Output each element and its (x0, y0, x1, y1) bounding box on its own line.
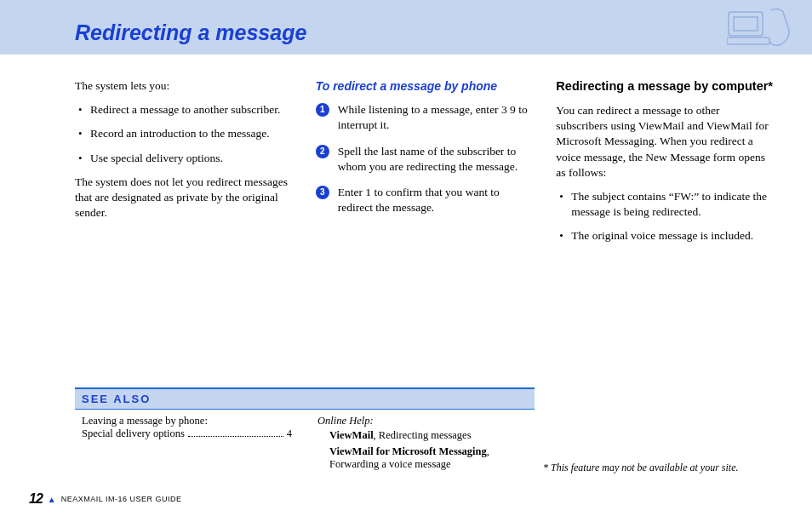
list-item: Redirect a message to another subscriber… (90, 102, 292, 118)
by-phone-heading: To redirect a message by phone (316, 78, 533, 94)
by-computer-heading: Redirecting a message by computer* (556, 78, 773, 95)
footnote: * This feature may not be available at y… (543, 462, 773, 474)
by-computer-bullets: The subject contains “FW:” to indicate t… (556, 189, 773, 244)
guide-name: NEAXMAIL IM-16 USER GUIDE (61, 495, 182, 503)
sa-left-line1: Leaving a message by phone: (82, 415, 292, 427)
sa-right-lead: Online Help: (317, 415, 528, 427)
list-item: Use special delivery options. (90, 151, 292, 166)
intro-bullets: Redirect a message to another subscriber… (75, 102, 292, 166)
sa-item-bold: ViewMail for Microsoft Messaging (329, 445, 487, 457)
page-footer: 12 ▲ NEAXMAIL IM-16 USER GUIDE (29, 491, 181, 507)
sa-item-bold: ViewMail (329, 429, 374, 441)
content-columns: The system lets you: Redirect a message … (0, 54, 812, 253)
intro-column: The system lets you: Redirect a message … (75, 78, 292, 253)
step-text: Spell the last name of the subscriber to… (338, 145, 518, 173)
see-also-right: Online Help: ViewMail, Redirecting messa… (317, 415, 528, 474)
page-title: Redirecting a message (75, 20, 812, 45)
list-item: The subject contains “FW:” to indicate t… (571, 189, 773, 220)
step-number-icon: 1 (316, 103, 329, 117)
step-text: While listening to a message, enter 3 9 … (338, 103, 528, 131)
see-also-heading: SEE ALSO (75, 387, 535, 410)
step-item: 1While listening to a message, enter 3 9… (316, 102, 533, 133)
step-item: 3Enter 1 to confirm that you want to red… (316, 185, 533, 215)
by-computer-column: Redirecting a message by computer* You c… (556, 78, 773, 253)
list-item: Record an introduction to the message. (90, 126, 292, 141)
phone-steps: 1While listening to a message, enter 3 9… (316, 102, 533, 215)
step-number-icon: 3 (316, 186, 329, 199)
step-text: Enter 1 to confirm that you want to redi… (338, 186, 500, 214)
step-item: 2Spell the last name of the subscriber t… (316, 144, 533, 175)
title-banner: Redirecting a message (0, 0, 812, 54)
svg-rect-1 (734, 17, 758, 31)
list-item: The original voice message is included. (571, 228, 773, 244)
sa-left-line2: Special delivery options 4 (82, 427, 292, 440)
see-also-left: Leaving a message by phone: Special deli… (82, 415, 292, 474)
svg-rect-2 (727, 37, 769, 44)
sa-right-item2: ViewMail for Microsoft Messaging, Forwar… (329, 445, 528, 471)
sa-item-rest: , Redirecting messages (374, 429, 472, 441)
by-computer-lead: You can redirect a message to other subs… (556, 103, 773, 181)
sa-left-page: 4 (287, 427, 292, 440)
intro-lead: The system lets you: (75, 78, 292, 94)
by-phone-column: To redirect a message by phone 1While li… (316, 78, 533, 253)
leader-dots (188, 428, 283, 437)
sa-left-label: Special delivery options (82, 427, 185, 440)
see-also-section: SEE ALSO Leaving a message by phone: Spe… (75, 387, 535, 474)
sa-right-item1: ViewMail, Redirecting messages (329, 429, 528, 442)
computer-phone-icon (727, 7, 795, 49)
see-also-body: Leaving a message by phone: Special deli… (75, 410, 535, 474)
page-number: 12 (29, 491, 43, 507)
step-number-icon: 2 (316, 145, 329, 158)
triangle-icon: ▲ (48, 495, 56, 504)
intro-note: The system does not let you redirect mes… (75, 175, 292, 221)
